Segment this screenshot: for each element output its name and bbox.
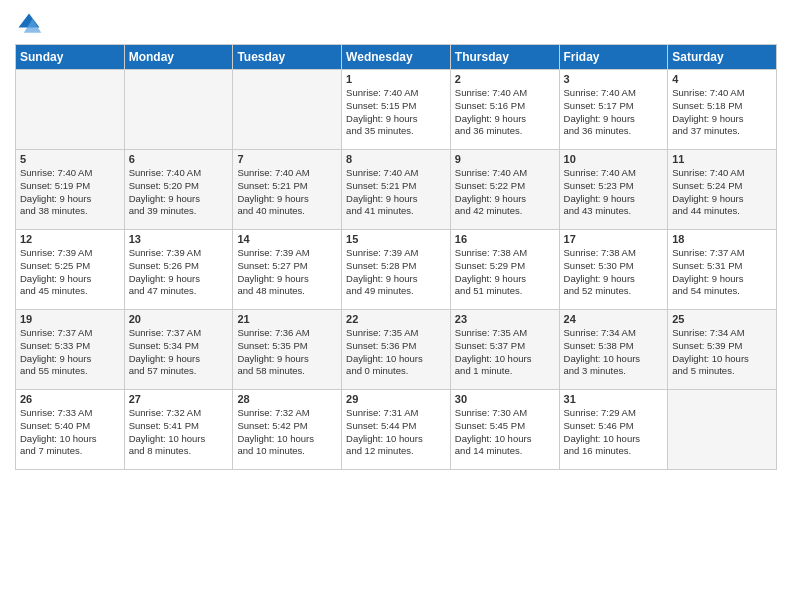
day-number: 19 (20, 313, 120, 325)
day-info: Sunrise: 7:40 AM Sunset: 5:23 PM Dayligh… (564, 167, 664, 218)
day-info: Sunrise: 7:40 AM Sunset: 5:15 PM Dayligh… (346, 87, 446, 138)
weekday-header-saturday: Saturday (668, 45, 777, 70)
day-info: Sunrise: 7:39 AM Sunset: 5:26 PM Dayligh… (129, 247, 229, 298)
calendar-cell: 15Sunrise: 7:39 AM Sunset: 5:28 PM Dayli… (342, 230, 451, 310)
day-number: 22 (346, 313, 446, 325)
calendar-cell: 6Sunrise: 7:40 AM Sunset: 5:20 PM Daylig… (124, 150, 233, 230)
day-info: Sunrise: 7:34 AM Sunset: 5:38 PM Dayligh… (564, 327, 664, 378)
day-info: Sunrise: 7:39 AM Sunset: 5:28 PM Dayligh… (346, 247, 446, 298)
day-number: 23 (455, 313, 555, 325)
calendar-cell: 18Sunrise: 7:37 AM Sunset: 5:31 PM Dayli… (668, 230, 777, 310)
calendar-week-row: 19Sunrise: 7:37 AM Sunset: 5:33 PM Dayli… (16, 310, 777, 390)
calendar-cell: 26Sunrise: 7:33 AM Sunset: 5:40 PM Dayli… (16, 390, 125, 470)
day-number: 11 (672, 153, 772, 165)
day-info: Sunrise: 7:40 AM Sunset: 5:21 PM Dayligh… (346, 167, 446, 218)
calendar-cell: 20Sunrise: 7:37 AM Sunset: 5:34 PM Dayli… (124, 310, 233, 390)
day-info: Sunrise: 7:40 AM Sunset: 5:22 PM Dayligh… (455, 167, 555, 218)
day-info: Sunrise: 7:35 AM Sunset: 5:37 PM Dayligh… (455, 327, 555, 378)
day-info: Sunrise: 7:40 AM Sunset: 5:21 PM Dayligh… (237, 167, 337, 218)
calendar-week-row: 1Sunrise: 7:40 AM Sunset: 5:15 PM Daylig… (16, 70, 777, 150)
day-info: Sunrise: 7:39 AM Sunset: 5:27 PM Dayligh… (237, 247, 337, 298)
calendar-cell (16, 70, 125, 150)
day-info: Sunrise: 7:40 AM Sunset: 5:19 PM Dayligh… (20, 167, 120, 218)
logo-icon (15, 10, 43, 38)
day-info: Sunrise: 7:40 AM Sunset: 5:20 PM Dayligh… (129, 167, 229, 218)
day-info: Sunrise: 7:32 AM Sunset: 5:41 PM Dayligh… (129, 407, 229, 458)
header (15, 10, 777, 38)
calendar-cell: 4Sunrise: 7:40 AM Sunset: 5:18 PM Daylig… (668, 70, 777, 150)
calendar-cell (233, 70, 342, 150)
calendar-cell: 21Sunrise: 7:36 AM Sunset: 5:35 PM Dayli… (233, 310, 342, 390)
day-number: 8 (346, 153, 446, 165)
calendar-cell: 17Sunrise: 7:38 AM Sunset: 5:30 PM Dayli… (559, 230, 668, 310)
day-number: 17 (564, 233, 664, 245)
day-number: 28 (237, 393, 337, 405)
day-info: Sunrise: 7:40 AM Sunset: 5:18 PM Dayligh… (672, 87, 772, 138)
day-number: 14 (237, 233, 337, 245)
day-number: 3 (564, 73, 664, 85)
day-number: 20 (129, 313, 229, 325)
weekday-header-thursday: Thursday (450, 45, 559, 70)
day-number: 18 (672, 233, 772, 245)
calendar-cell: 16Sunrise: 7:38 AM Sunset: 5:29 PM Dayli… (450, 230, 559, 310)
calendar-cell: 1Sunrise: 7:40 AM Sunset: 5:15 PM Daylig… (342, 70, 451, 150)
day-number: 9 (455, 153, 555, 165)
day-info: Sunrise: 7:33 AM Sunset: 5:40 PM Dayligh… (20, 407, 120, 458)
calendar-table: SundayMondayTuesdayWednesdayThursdayFrid… (15, 44, 777, 470)
weekday-header-monday: Monday (124, 45, 233, 70)
weekday-header-sunday: Sunday (16, 45, 125, 70)
day-info: Sunrise: 7:38 AM Sunset: 5:30 PM Dayligh… (564, 247, 664, 298)
weekday-header-tuesday: Tuesday (233, 45, 342, 70)
calendar-cell: 25Sunrise: 7:34 AM Sunset: 5:39 PM Dayli… (668, 310, 777, 390)
calendar-week-row: 12Sunrise: 7:39 AM Sunset: 5:25 PM Dayli… (16, 230, 777, 310)
calendar-cell: 14Sunrise: 7:39 AM Sunset: 5:27 PM Dayli… (233, 230, 342, 310)
day-info: Sunrise: 7:38 AM Sunset: 5:29 PM Dayligh… (455, 247, 555, 298)
day-number: 1 (346, 73, 446, 85)
day-info: Sunrise: 7:31 AM Sunset: 5:44 PM Dayligh… (346, 407, 446, 458)
day-number: 30 (455, 393, 555, 405)
calendar-cell: 11Sunrise: 7:40 AM Sunset: 5:24 PM Dayli… (668, 150, 777, 230)
day-number: 7 (237, 153, 337, 165)
calendar-cell (124, 70, 233, 150)
day-number: 12 (20, 233, 120, 245)
day-number: 21 (237, 313, 337, 325)
day-info: Sunrise: 7:37 AM Sunset: 5:34 PM Dayligh… (129, 327, 229, 378)
calendar-cell: 31Sunrise: 7:29 AM Sunset: 5:46 PM Dayli… (559, 390, 668, 470)
calendar-cell: 24Sunrise: 7:34 AM Sunset: 5:38 PM Dayli… (559, 310, 668, 390)
day-info: Sunrise: 7:37 AM Sunset: 5:33 PM Dayligh… (20, 327, 120, 378)
calendar-week-row: 5Sunrise: 7:40 AM Sunset: 5:19 PM Daylig… (16, 150, 777, 230)
weekday-header-row: SundayMondayTuesdayWednesdayThursdayFrid… (16, 45, 777, 70)
day-number: 16 (455, 233, 555, 245)
day-number: 31 (564, 393, 664, 405)
day-info: Sunrise: 7:32 AM Sunset: 5:42 PM Dayligh… (237, 407, 337, 458)
day-number: 6 (129, 153, 229, 165)
day-number: 15 (346, 233, 446, 245)
day-info: Sunrise: 7:39 AM Sunset: 5:25 PM Dayligh… (20, 247, 120, 298)
calendar-cell: 5Sunrise: 7:40 AM Sunset: 5:19 PM Daylig… (16, 150, 125, 230)
day-info: Sunrise: 7:40 AM Sunset: 5:24 PM Dayligh… (672, 167, 772, 218)
weekday-header-wednesday: Wednesday (342, 45, 451, 70)
calendar-cell: 19Sunrise: 7:37 AM Sunset: 5:33 PM Dayli… (16, 310, 125, 390)
calendar-cell: 9Sunrise: 7:40 AM Sunset: 5:22 PM Daylig… (450, 150, 559, 230)
calendar-cell: 8Sunrise: 7:40 AM Sunset: 5:21 PM Daylig… (342, 150, 451, 230)
day-number: 25 (672, 313, 772, 325)
calendar-cell: 3Sunrise: 7:40 AM Sunset: 5:17 PM Daylig… (559, 70, 668, 150)
weekday-header-friday: Friday (559, 45, 668, 70)
day-info: Sunrise: 7:34 AM Sunset: 5:39 PM Dayligh… (672, 327, 772, 378)
calendar-cell: 13Sunrise: 7:39 AM Sunset: 5:26 PM Dayli… (124, 230, 233, 310)
calendar-cell (668, 390, 777, 470)
calendar-cell: 7Sunrise: 7:40 AM Sunset: 5:21 PM Daylig… (233, 150, 342, 230)
day-number: 5 (20, 153, 120, 165)
calendar-cell: 29Sunrise: 7:31 AM Sunset: 5:44 PM Dayli… (342, 390, 451, 470)
calendar-cell: 27Sunrise: 7:32 AM Sunset: 5:41 PM Dayli… (124, 390, 233, 470)
calendar-cell: 23Sunrise: 7:35 AM Sunset: 5:37 PM Dayli… (450, 310, 559, 390)
calendar-cell: 12Sunrise: 7:39 AM Sunset: 5:25 PM Dayli… (16, 230, 125, 310)
day-number: 2 (455, 73, 555, 85)
day-number: 27 (129, 393, 229, 405)
day-info: Sunrise: 7:29 AM Sunset: 5:46 PM Dayligh… (564, 407, 664, 458)
calendar-week-row: 26Sunrise: 7:33 AM Sunset: 5:40 PM Dayli… (16, 390, 777, 470)
day-info: Sunrise: 7:30 AM Sunset: 5:45 PM Dayligh… (455, 407, 555, 458)
day-number: 26 (20, 393, 120, 405)
calendar-cell: 22Sunrise: 7:35 AM Sunset: 5:36 PM Dayli… (342, 310, 451, 390)
day-info: Sunrise: 7:40 AM Sunset: 5:17 PM Dayligh… (564, 87, 664, 138)
